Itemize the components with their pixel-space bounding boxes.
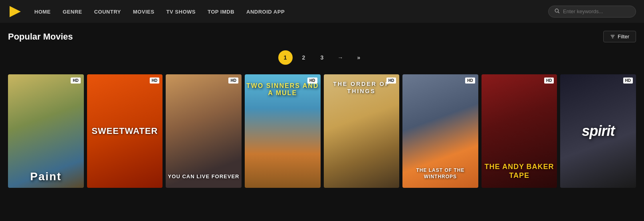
search-icon [554, 8, 560, 15]
movie-card-youcanlive[interactable]: YOU CAN LIVE FOREVER HD [166, 74, 242, 188]
nav-android-app[interactable]: ANDROID APP [246, 9, 285, 15]
hd-badge-paint: HD [71, 78, 80, 84]
nav-home[interactable]: HOME [34, 9, 51, 15]
filter-button[interactable]: Filter [603, 31, 636, 42]
movie-card-orderofthings[interactable]: THE ORDER OF THINGS HD [324, 74, 400, 188]
svg-point-1 [555, 9, 558, 12]
nav-links: HOME GENRE COUNTRY MOVIES TV SHOWS TOP I… [34, 8, 536, 15]
page-title: Popular Movies [8, 32, 73, 42]
nav-top-imdb[interactable]: TOP IMDB [208, 9, 234, 15]
page-btn-1[interactable]: 1 [278, 50, 293, 65]
nav-movies[interactable]: MOVIES [133, 9, 155, 15]
movie-title-youcanlive: YOU CAN LIVE FOREVER [168, 173, 240, 180]
search-input[interactable] [563, 8, 630, 14]
filter-label: Filter [618, 34, 629, 40]
page-btn-next[interactable]: → [333, 50, 348, 65]
movie-title-andybaker: THE ANDY BAKER TAPE [482, 163, 557, 180]
movie-title-twosinners: TWO SINNERS AND A MULE [245, 82, 321, 96]
hd-badge-youcanlive: HD [228, 78, 238, 84]
movie-card-andybaker[interactable]: THE ANDY BAKER TAPE HD [482, 74, 557, 188]
page-btn-3[interactable]: 3 [315, 50, 329, 65]
movie-title-sweetwater: SWEETWATER [91, 126, 158, 136]
movie-card-spirit[interactable]: spirit HD [560, 74, 636, 188]
page-btn-2[interactable]: 2 [297, 50, 311, 65]
pagination: 1 2 3 → » [8, 50, 636, 65]
movie-title-lastwinthrops: THE LAST OF THE WINTHROPS [402, 167, 478, 180]
movie-title-spirit: spirit [582, 123, 614, 139]
hd-badge-twosinners: HD [307, 78, 317, 84]
search-bar [548, 6, 636, 18]
hd-badge-lastwinthrops: HD [465, 78, 475, 84]
movie-card-lastwinthrops[interactable]: THE LAST OF THE WINTHROPS HD [402, 74, 478, 188]
main-content: Popular Movies Filter 1 2 3 → » Paint HD [0, 23, 644, 192]
movie-card-twosinners[interactable]: TWO SINNERS AND A MULE HD [245, 74, 321, 188]
hd-badge-spirit: HD [623, 78, 633, 84]
movie-card-sweetwater[interactable]: SWEETWATER HD [87, 74, 163, 188]
svg-line-2 [558, 12, 559, 13]
hd-badge-andybaker: HD [544, 78, 554, 84]
movie-card-paint[interactable]: Paint HD [8, 74, 84, 188]
hd-badge-sweetwater: HD [150, 78, 159, 84]
page-btn-last[interactable]: » [352, 50, 366, 65]
movie-title-paint: Paint [30, 170, 61, 183]
svg-marker-0 [10, 6, 21, 17]
nav-tv-shows[interactable]: TV SHOWS [166, 9, 196, 15]
hd-badge-orderofthings: HD [386, 78, 396, 84]
nav-genre[interactable]: GENRE [63, 9, 82, 15]
nav-country[interactable]: COUNTRY [94, 9, 121, 15]
filter-icon [610, 34, 615, 39]
page-header: Popular Movies Filter [8, 31, 636, 42]
navbar: HOME GENRE COUNTRY MOVIES TV SHOWS TOP I… [0, 0, 644, 23]
site-logo[interactable] [8, 4, 22, 19]
movies-grid: Paint HD SWEETWATER HD YOU CAN LIVE FORE… [8, 74, 636, 188]
